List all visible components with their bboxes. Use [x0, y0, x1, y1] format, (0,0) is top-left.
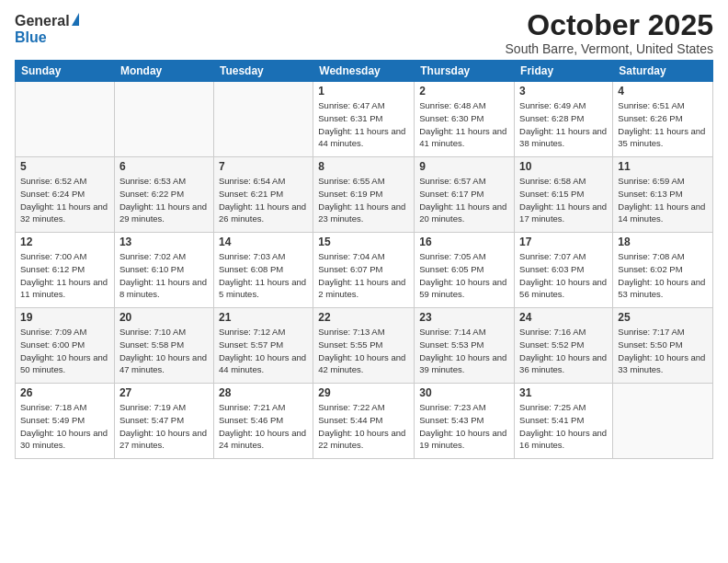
- day-info: Sunrise: 6:47 AM Sunset: 6:31 PM Dayligh…: [318, 99, 409, 150]
- day-info: Sunrise: 6:51 AM Sunset: 6:26 PM Dayligh…: [618, 99, 708, 150]
- day-number: 25: [618, 311, 708, 324]
- day-info: Sunrise: 7:03 AM Sunset: 6:08 PM Dayligh…: [219, 250, 308, 301]
- day-info: Sunrise: 6:58 AM Sunset: 6:15 PM Dayligh…: [519, 175, 608, 225]
- calendar-cell: 7Sunrise: 6:54 AM Sunset: 6:21 PM Daylig…: [213, 157, 313, 233]
- day-info: Sunrise: 7:10 AM Sunset: 5:58 PM Dayligh…: [119, 326, 209, 376]
- calendar-cell: 19Sunrise: 7:09 AM Sunset: 6:00 PM Dayli…: [16, 308, 115, 384]
- day-number: 14: [219, 236, 308, 248]
- calendar-cell: 8Sunrise: 6:55 AM Sunset: 6:19 PM Daylig…: [313, 157, 415, 233]
- day-number: 4: [618, 85, 708, 98]
- month-title: October 2025: [506, 9, 713, 41]
- day-info: Sunrise: 7:13 AM Sunset: 5:55 PM Dayligh…: [318, 326, 409, 376]
- day-info: Sunrise: 7:02 AM Sunset: 6:10 PM Dayligh…: [119, 250, 209, 301]
- day-info: Sunrise: 7:12 AM Sunset: 5:57 PM Dayligh…: [219, 326, 308, 376]
- location-title: South Barre, Vermont, United States: [506, 41, 713, 56]
- calendar: Sunday Monday Tuesday Wednesday Thursday…: [15, 60, 713, 459]
- day-number: 15: [318, 236, 409, 248]
- calendar-cell: 20Sunrise: 7:10 AM Sunset: 5:58 PM Dayli…: [114, 308, 213, 384]
- calendar-cell: [613, 384, 713, 459]
- day-number: 28: [219, 386, 308, 399]
- calendar-cell: [16, 82, 115, 157]
- calendar-cell: 14Sunrise: 7:03 AM Sunset: 6:08 PM Dayli…: [213, 233, 313, 308]
- day-info: Sunrise: 7:25 AM Sunset: 5:41 PM Dayligh…: [519, 401, 608, 452]
- calendar-cell: 28Sunrise: 7:21 AM Sunset: 5:46 PM Dayli…: [213, 384, 313, 459]
- calendar-cell: 17Sunrise: 7:07 AM Sunset: 6:03 PM Dayli…: [515, 233, 613, 308]
- calendar-cell: 18Sunrise: 7:08 AM Sunset: 6:02 PM Dayli…: [613, 233, 713, 308]
- day-info: Sunrise: 6:59 AM Sunset: 6:13 PM Dayligh…: [618, 175, 708, 225]
- day-number: 22: [318, 311, 409, 324]
- day-number: 23: [419, 311, 509, 324]
- day-number: 26: [20, 386, 109, 399]
- day-info: Sunrise: 7:18 AM Sunset: 5:49 PM Dayligh…: [20, 401, 109, 452]
- day-number: 21: [219, 311, 308, 324]
- day-info: Sunrise: 7:05 AM Sunset: 6:05 PM Dayligh…: [419, 250, 509, 301]
- calendar-cell: 22Sunrise: 7:13 AM Sunset: 5:55 PM Dayli…: [313, 308, 415, 384]
- calendar-cell: 27Sunrise: 7:19 AM Sunset: 5:47 PM Dayli…: [114, 384, 213, 459]
- day-number: 5: [20, 160, 109, 173]
- day-info: Sunrise: 6:54 AM Sunset: 6:21 PM Dayligh…: [219, 175, 308, 225]
- header-wednesday: Wednesday: [313, 61, 415, 82]
- logo-blue: Blue: [15, 29, 47, 46]
- calendar-week-row-1: 5Sunrise: 6:52 AM Sunset: 6:24 PM Daylig…: [16, 157, 713, 233]
- day-number: 19: [20, 311, 109, 324]
- header-saturday: Saturday: [613, 61, 713, 82]
- calendar-cell: 24Sunrise: 7:16 AM Sunset: 5:52 PM Dayli…: [515, 308, 613, 384]
- calendar-cell: 25Sunrise: 7:17 AM Sunset: 5:50 PM Dayli…: [613, 308, 713, 384]
- calendar-cell: 9Sunrise: 6:57 AM Sunset: 6:17 PM Daylig…: [415, 157, 515, 233]
- calendar-cell: 15Sunrise: 7:04 AM Sunset: 6:07 PM Dayli…: [313, 233, 415, 308]
- logo: General Blue: [15, 9, 79, 46]
- day-number: 1: [318, 85, 409, 98]
- header-monday: Monday: [114, 61, 213, 82]
- calendar-cell: 13Sunrise: 7:02 AM Sunset: 6:10 PM Dayli…: [114, 233, 213, 308]
- day-info: Sunrise: 7:17 AM Sunset: 5:50 PM Dayligh…: [618, 326, 708, 376]
- logo-general: General: [15, 13, 70, 29]
- day-number: 13: [119, 236, 209, 248]
- day-number: 8: [318, 160, 409, 173]
- calendar-week-row-0: 1Sunrise: 6:47 AM Sunset: 6:31 PM Daylig…: [16, 82, 713, 157]
- day-number: 31: [519, 386, 608, 399]
- calendar-cell: 30Sunrise: 7:23 AM Sunset: 5:43 PM Dayli…: [415, 384, 515, 459]
- calendar-cell: 2Sunrise: 6:48 AM Sunset: 6:30 PM Daylig…: [415, 82, 515, 157]
- day-info: Sunrise: 7:19 AM Sunset: 5:47 PM Dayligh…: [119, 401, 209, 452]
- calendar-cell: 29Sunrise: 7:22 AM Sunset: 5:44 PM Dayli…: [313, 384, 415, 459]
- day-number: 10: [519, 160, 608, 173]
- calendar-cell: 23Sunrise: 7:14 AM Sunset: 5:53 PM Dayli…: [415, 308, 515, 384]
- calendar-week-row-4: 26Sunrise: 7:18 AM Sunset: 5:49 PM Dayli…: [16, 384, 713, 459]
- day-info: Sunrise: 7:00 AM Sunset: 6:12 PM Dayligh…: [20, 250, 109, 301]
- calendar-cell: 5Sunrise: 6:52 AM Sunset: 6:24 PM Daylig…: [16, 157, 115, 233]
- day-info: Sunrise: 7:22 AM Sunset: 5:44 PM Dayligh…: [318, 401, 409, 452]
- calendar-week-row-3: 19Sunrise: 7:09 AM Sunset: 6:00 PM Dayli…: [16, 308, 713, 384]
- day-number: 30: [419, 386, 509, 399]
- day-info: Sunrise: 6:48 AM Sunset: 6:30 PM Dayligh…: [419, 99, 509, 150]
- day-info: Sunrise: 6:49 AM Sunset: 6:28 PM Dayligh…: [519, 99, 608, 150]
- day-info: Sunrise: 7:04 AM Sunset: 6:07 PM Dayligh…: [318, 250, 409, 301]
- day-info: Sunrise: 7:09 AM Sunset: 6:00 PM Dayligh…: [20, 326, 109, 376]
- calendar-cell: 4Sunrise: 6:51 AM Sunset: 6:26 PM Daylig…: [613, 82, 713, 157]
- day-info: Sunrise: 7:23 AM Sunset: 5:43 PM Dayligh…: [419, 401, 509, 452]
- title-block: October 2025 South Barre, Vermont, Unite…: [506, 9, 713, 56]
- day-number: 24: [519, 311, 608, 324]
- day-info: Sunrise: 6:53 AM Sunset: 6:22 PM Dayligh…: [119, 175, 209, 225]
- day-number: 18: [618, 236, 708, 248]
- header-friday: Friday: [515, 61, 613, 82]
- day-info: Sunrise: 7:21 AM Sunset: 5:46 PM Dayligh…: [219, 401, 308, 452]
- calendar-cell: 26Sunrise: 7:18 AM Sunset: 5:49 PM Dayli…: [16, 384, 115, 459]
- day-number: 7: [219, 160, 308, 173]
- calendar-cell: 10Sunrise: 6:58 AM Sunset: 6:15 PM Dayli…: [515, 157, 613, 233]
- day-number: 9: [419, 160, 509, 173]
- header-tuesday: Tuesday: [213, 61, 313, 82]
- day-info: Sunrise: 7:08 AM Sunset: 6:02 PM Dayligh…: [618, 250, 708, 301]
- logo-triangle-icon: [72, 13, 79, 26]
- calendar-cell: [114, 82, 213, 157]
- calendar-cell: 16Sunrise: 7:05 AM Sunset: 6:05 PM Dayli…: [415, 233, 515, 308]
- day-number: 27: [119, 386, 209, 399]
- day-number: 17: [519, 236, 608, 248]
- day-number: 29: [318, 386, 409, 399]
- day-number: 2: [419, 85, 509, 98]
- day-info: Sunrise: 6:55 AM Sunset: 6:19 PM Dayligh…: [318, 175, 409, 225]
- calendar-cell: 21Sunrise: 7:12 AM Sunset: 5:57 PM Dayli…: [213, 308, 313, 384]
- day-info: Sunrise: 6:57 AM Sunset: 6:17 PM Dayligh…: [419, 175, 509, 225]
- header-sunday: Sunday: [16, 61, 115, 82]
- day-number: 12: [20, 236, 109, 248]
- day-info: Sunrise: 7:16 AM Sunset: 5:52 PM Dayligh…: [519, 326, 608, 376]
